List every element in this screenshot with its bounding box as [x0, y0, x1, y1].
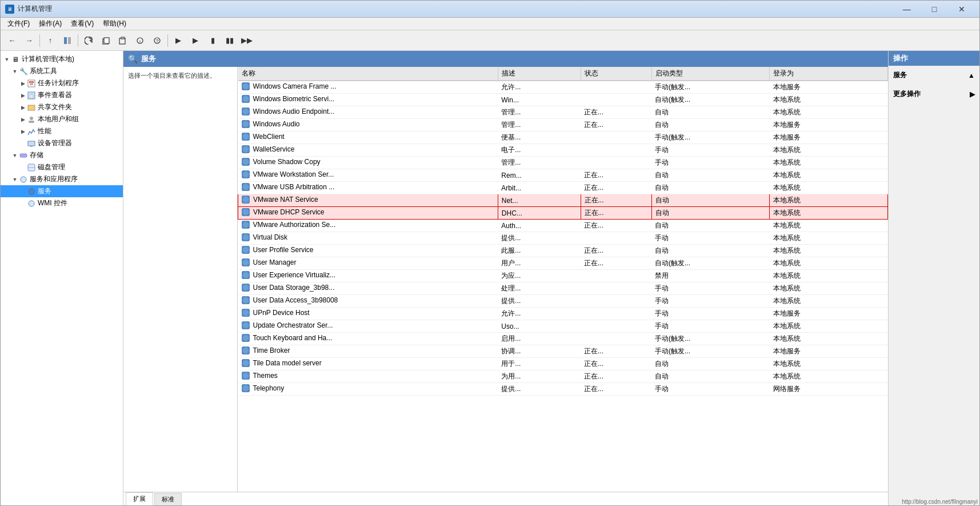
menu-view[interactable]: 查看(V) [66, 18, 98, 30]
table-row[interactable]: Tile Data model server用于...正在...自动本地系统 [238, 358, 888, 370]
sidebar-item-systools[interactable]: ▼ 🔧 系统工具 [1, 65, 123, 77]
toolbar-up[interactable]: ↑ [42, 33, 58, 49]
col-startup[interactable]: 启动类型 [651, 67, 770, 81]
toolbar-pause[interactable]: ▮▮ [222, 33, 238, 49]
service-cell [581, 270, 651, 282]
sidebar-item-events[interactable]: ▶ 📋 事件查看器 [1, 89, 123, 101]
service-cell: 本地系统 [770, 106, 888, 119]
service-cell: 手动 [651, 308, 770, 320]
table-row[interactable]: VMware USB Arbitration ...Arbit...正在...自… [238, 182, 888, 194]
col-desc[interactable]: 描述 [498, 67, 581, 81]
close-button[interactable]: ✕ [949, 1, 975, 18]
sidebar-label-devmgr: 设备管理器 [38, 138, 72, 148]
gear-icon [242, 95, 250, 103]
svg-rect-5 [121, 37, 125, 39]
table-row[interactable]: WalletService电子...手动本地系统 [238, 144, 888, 157]
service-name-cell: Windows Biometric Servi... [238, 94, 498, 106]
sidebar-item-wmi[interactable]: WMI 控件 [1, 197, 123, 209]
table-row[interactable]: Windows Audio管理...正在...自动本地服务 [238, 119, 888, 132]
table-row[interactable]: User Data Storage_3b98...处理...手动本地系统 [238, 282, 888, 295]
service-name-cell: VMware Workstation Ser... [238, 169, 498, 182]
table-row[interactable]: WebClient便基...手动(触发...本地服务 [238, 132, 888, 144]
service-cell [581, 295, 651, 308]
table-row[interactable]: User Experience Virtualiz...为应...禁用本地系统 [238, 270, 888, 282]
table-row[interactable]: Update Orchestrator Ser...Uso...手动本地系统 [238, 320, 888, 333]
table-row[interactable]: Telephony提供...正在...手动网络服务 [238, 383, 888, 396]
table-row[interactable]: Themes为用...正在...自动本地系统 [238, 370, 888, 383]
svcapps-icon [19, 175, 28, 184]
sidebar-item-scheduler[interactable]: ▶ 📅 任务计划程序 [1, 77, 123, 89]
service-cell: 本地服务 [770, 308, 888, 320]
table-row[interactable]: Virtual Disk提供...手动本地系统 [238, 232, 888, 245]
table-row[interactable]: VMware NAT ServiceNet...正在...自动本地系统 [238, 194, 888, 207]
toolbar-next[interactable]: ▶▶ [239, 33, 255, 49]
sidebar-item-users[interactable]: ▶ 本地用户和组 [1, 113, 123, 125]
tab-expand[interactable]: 扩展 [126, 492, 153, 505]
expand-icon-diskmgr [19, 165, 27, 170]
action-section-title-services[interactable]: 服务 ▲ [889, 68, 979, 82]
menu-action[interactable]: 操作(A) [34, 18, 66, 30]
service-name-cell: User Manager [238, 257, 498, 270]
sidebar-label-users: 本地用户和组 [38, 114, 79, 124]
services-list-area[interactable]: 名称 描述 状态 启动类型 登录为 Windows Camera Frame .… [238, 67, 888, 492]
toolbar-refresh[interactable] [81, 33, 97, 49]
toolbar-back[interactable]: ← [4, 33, 20, 49]
toolbar-show-hide[interactable] [59, 33, 75, 49]
service-cell: 正在... [581, 194, 651, 207]
toolbar-properties[interactable]: i [132, 33, 148, 49]
sidebar-item-sharedfolders[interactable]: ▶ 共享文件夹 [1, 101, 123, 113]
sidebar-label-root: 计算机管理(本地) [22, 54, 74, 64]
toolbar-stop[interactable]: ▮ [205, 33, 221, 49]
table-row[interactable]: VMware Authorization Se...Auth...正在...自动… [238, 220, 888, 232]
toolbar-help-btn[interactable]: ? [149, 33, 165, 49]
col-status[interactable]: 状态 [581, 67, 651, 81]
table-row[interactable]: Windows Audio Endpoint...管理...正在...自动本地系… [238, 106, 888, 119]
sidebar-item-storage[interactable]: ▼ 存储 [1, 149, 123, 161]
svg-rect-17 [28, 141, 35, 146]
minimize-button[interactable]: — [894, 1, 920, 18]
sidebar-item-root[interactable]: ▼ 🖥 计算机管理(本地) [1, 53, 123, 65]
sidebar-item-svcapps[interactable]: ▼ 服务和应用程序 [1, 173, 123, 185]
expand-icon-users: ▶ [19, 117, 27, 122]
table-row[interactable]: User Manager用户...正在...自动(触发...本地系统 [238, 257, 888, 270]
service-cell: 自动 [651, 194, 770, 207]
sidebar-item-services[interactable]: 服务 [1, 185, 123, 197]
gear-icon [242, 359, 250, 367]
table-row[interactable]: User Data Access_3b98008提供...手动本地系统 [238, 295, 888, 308]
toolbar-play1[interactable]: ▶ [170, 33, 186, 49]
action-section-title-more[interactable]: 更多操作 ▶ [889, 87, 979, 101]
table-row[interactable]: Time Broker协调...正在...手动(触发...本地服务 [238, 345, 888, 358]
service-cell: 自动 [651, 119, 770, 132]
gear-icon [242, 233, 250, 241]
service-name-cell: Tile Data model server [238, 358, 498, 370]
sidebar-item-perf[interactable]: ▶ 性能 [1, 125, 123, 137]
service-cell: 手动 [651, 282, 770, 295]
action-expand-more: ▶ [970, 90, 975, 98]
service-cell: 正在... [581, 345, 651, 358]
service-cell: 管理... [498, 119, 581, 132]
table-row[interactable]: Windows Camera Frame ...允许...手动(触发...本地服… [238, 81, 888, 94]
table-row[interactable]: UPnP Device Host允许...手动本地服务 [238, 308, 888, 320]
table-row[interactable]: User Profile Service此服...正在...自动本地系统 [238, 245, 888, 257]
col-logon[interactable]: 登录为 [770, 67, 888, 81]
toolbar-forward[interactable]: → [21, 33, 37, 49]
service-cell [581, 94, 651, 106]
tab-standard[interactable]: 标准 [154, 493, 182, 505]
menu-help[interactable]: 帮助(H) [98, 18, 131, 30]
svg-text:?: ? [155, 38, 158, 44]
service-cell: 本地系统 [770, 157, 888, 169]
sidebar-item-devmgr[interactable]: 设备管理器 [1, 137, 123, 149]
table-row[interactable]: Touch Keyboard and Ha...启用...手动(触发...本地系… [238, 333, 888, 345]
table-row[interactable]: Volume Shadow Copy管理...手动本地系统 [238, 157, 888, 169]
toolbar-copy[interactable] [98, 33, 114, 49]
table-row[interactable]: VMware Workstation Ser...Rem...正在...自动本地… [238, 169, 888, 182]
toolbar-paste[interactable] [115, 33, 131, 49]
maximize-button[interactable]: □ [921, 1, 947, 18]
gear-icon [242, 384, 250, 392]
col-name[interactable]: 名称 [238, 67, 498, 81]
menu-file[interactable]: 文件(F) [3, 18, 34, 30]
table-row[interactable]: VMware DHCP ServiceDHC...正在...自动本地系统 [238, 207, 888, 220]
table-row[interactable]: Windows Biometric Servi...Win...自动(触发...… [238, 94, 888, 106]
sidebar-item-diskmgr[interactable]: 磁盘管理 [1, 161, 123, 173]
toolbar-play2[interactable]: ▶ [187, 33, 203, 49]
